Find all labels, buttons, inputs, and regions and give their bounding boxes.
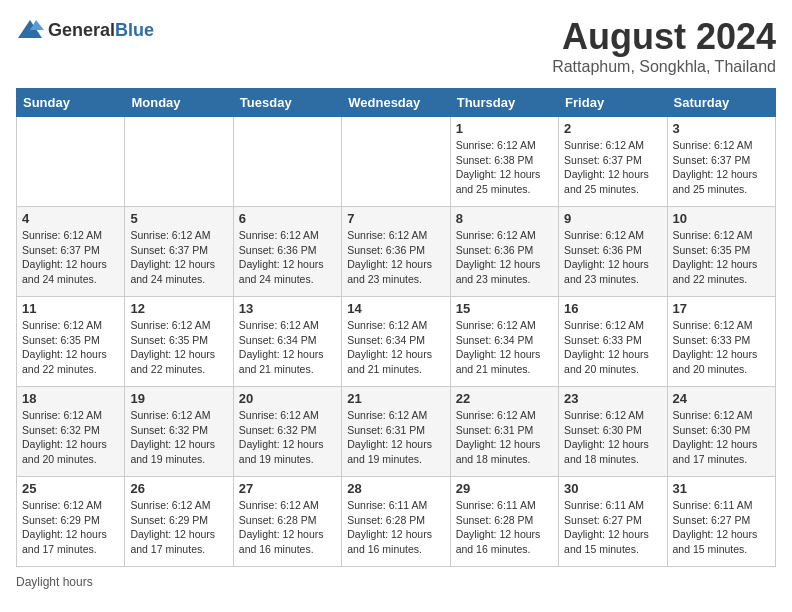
day-info: Sunrise: 6:11 AM Sunset: 6:27 PM Dayligh… [564, 498, 661, 557]
day-number: 5 [130, 211, 227, 226]
day-number: 15 [456, 301, 553, 316]
day-info: Sunrise: 6:12 AM Sunset: 6:35 PM Dayligh… [130, 318, 227, 377]
title-area: August 2024 Rattaphum, Songkhla, Thailan… [552, 16, 776, 76]
calendar-cell: 6Sunrise: 6:12 AM Sunset: 6:36 PM Daylig… [233, 207, 341, 297]
footer-note: Daylight hours [16, 575, 776, 589]
week-row-5: 25Sunrise: 6:12 AM Sunset: 6:29 PM Dayli… [17, 477, 776, 567]
calendar-cell: 5Sunrise: 6:12 AM Sunset: 6:37 PM Daylig… [125, 207, 233, 297]
day-info: Sunrise: 6:12 AM Sunset: 6:30 PM Dayligh… [673, 408, 770, 467]
day-number: 10 [673, 211, 770, 226]
day-number: 27 [239, 481, 336, 496]
calendar-cell: 20Sunrise: 6:12 AM Sunset: 6:32 PM Dayli… [233, 387, 341, 477]
day-number: 25 [22, 481, 119, 496]
day-number: 7 [347, 211, 444, 226]
logo-text: GeneralBlue [48, 20, 154, 41]
calendar-cell: 22Sunrise: 6:12 AM Sunset: 6:31 PM Dayli… [450, 387, 558, 477]
day-number: 6 [239, 211, 336, 226]
day-number: 24 [673, 391, 770, 406]
day-number: 3 [673, 121, 770, 136]
day-info: Sunrise: 6:12 AM Sunset: 6:29 PM Dayligh… [130, 498, 227, 557]
calendar-cell: 7Sunrise: 6:12 AM Sunset: 6:36 PM Daylig… [342, 207, 450, 297]
day-info: Sunrise: 6:12 AM Sunset: 6:32 PM Dayligh… [130, 408, 227, 467]
day-number: 26 [130, 481, 227, 496]
calendar-cell: 8Sunrise: 6:12 AM Sunset: 6:36 PM Daylig… [450, 207, 558, 297]
calendar-cell: 21Sunrise: 6:12 AM Sunset: 6:31 PM Dayli… [342, 387, 450, 477]
day-info: Sunrise: 6:12 AM Sunset: 6:29 PM Dayligh… [22, 498, 119, 557]
calendar-cell: 9Sunrise: 6:12 AM Sunset: 6:36 PM Daylig… [559, 207, 667, 297]
logo-icon [16, 16, 44, 44]
day-number: 31 [673, 481, 770, 496]
day-info: Sunrise: 6:12 AM Sunset: 6:35 PM Dayligh… [673, 228, 770, 287]
week-row-1: 1Sunrise: 6:12 AM Sunset: 6:38 PM Daylig… [17, 117, 776, 207]
day-info: Sunrise: 6:12 AM Sunset: 6:30 PM Dayligh… [564, 408, 661, 467]
calendar-cell: 2Sunrise: 6:12 AM Sunset: 6:37 PM Daylig… [559, 117, 667, 207]
header: GeneralBlue August 2024 Rattaphum, Songk… [16, 16, 776, 76]
calendar-cell: 10Sunrise: 6:12 AM Sunset: 6:35 PM Dayli… [667, 207, 775, 297]
day-number: 4 [22, 211, 119, 226]
day-header-tuesday: Tuesday [233, 89, 341, 117]
calendar-cell: 27Sunrise: 6:12 AM Sunset: 6:28 PM Dayli… [233, 477, 341, 567]
calendar-cell: 28Sunrise: 6:11 AM Sunset: 6:28 PM Dayli… [342, 477, 450, 567]
calendar-cell: 18Sunrise: 6:12 AM Sunset: 6:32 PM Dayli… [17, 387, 125, 477]
calendar-cell: 15Sunrise: 6:12 AM Sunset: 6:34 PM Dayli… [450, 297, 558, 387]
calendar-table: SundayMondayTuesdayWednesdayThursdayFrid… [16, 88, 776, 567]
day-info: Sunrise: 6:12 AM Sunset: 6:31 PM Dayligh… [347, 408, 444, 467]
location-title: Rattaphum, Songkhla, Thailand [552, 58, 776, 76]
day-number: 1 [456, 121, 553, 136]
calendar-cell: 24Sunrise: 6:12 AM Sunset: 6:30 PM Dayli… [667, 387, 775, 477]
day-number: 13 [239, 301, 336, 316]
calendar-cell: 13Sunrise: 6:12 AM Sunset: 6:34 PM Dayli… [233, 297, 341, 387]
day-info: Sunrise: 6:12 AM Sunset: 6:32 PM Dayligh… [22, 408, 119, 467]
month-title: August 2024 [552, 16, 776, 58]
calendar-cell [125, 117, 233, 207]
day-info: Sunrise: 6:12 AM Sunset: 6:36 PM Dayligh… [456, 228, 553, 287]
calendar-cell: 31Sunrise: 6:11 AM Sunset: 6:27 PM Dayli… [667, 477, 775, 567]
calendar-cell: 30Sunrise: 6:11 AM Sunset: 6:27 PM Dayli… [559, 477, 667, 567]
calendar-cell: 23Sunrise: 6:12 AM Sunset: 6:30 PM Dayli… [559, 387, 667, 477]
day-info: Sunrise: 6:12 AM Sunset: 6:33 PM Dayligh… [673, 318, 770, 377]
day-info: Sunrise: 6:12 AM Sunset: 6:37 PM Dayligh… [22, 228, 119, 287]
calendar-cell: 4Sunrise: 6:12 AM Sunset: 6:37 PM Daylig… [17, 207, 125, 297]
day-number: 20 [239, 391, 336, 406]
day-number: 8 [456, 211, 553, 226]
day-number: 9 [564, 211, 661, 226]
day-info: Sunrise: 6:12 AM Sunset: 6:28 PM Dayligh… [239, 498, 336, 557]
day-header-saturday: Saturday [667, 89, 775, 117]
calendar-cell: 3Sunrise: 6:12 AM Sunset: 6:37 PM Daylig… [667, 117, 775, 207]
day-info: Sunrise: 6:12 AM Sunset: 6:33 PM Dayligh… [564, 318, 661, 377]
day-number: 12 [130, 301, 227, 316]
day-number: 28 [347, 481, 444, 496]
day-number: 23 [564, 391, 661, 406]
day-number: 21 [347, 391, 444, 406]
day-info: Sunrise: 6:12 AM Sunset: 6:34 PM Dayligh… [456, 318, 553, 377]
day-number: 14 [347, 301, 444, 316]
day-number: 2 [564, 121, 661, 136]
calendar-cell: 25Sunrise: 6:12 AM Sunset: 6:29 PM Dayli… [17, 477, 125, 567]
day-number: 30 [564, 481, 661, 496]
day-header-sunday: Sunday [17, 89, 125, 117]
calendar-cell: 16Sunrise: 6:12 AM Sunset: 6:33 PM Dayli… [559, 297, 667, 387]
calendar-cell: 14Sunrise: 6:12 AM Sunset: 6:34 PM Dayli… [342, 297, 450, 387]
calendar-cell: 26Sunrise: 6:12 AM Sunset: 6:29 PM Dayli… [125, 477, 233, 567]
week-row-2: 4Sunrise: 6:12 AM Sunset: 6:37 PM Daylig… [17, 207, 776, 297]
calendar-cell [17, 117, 125, 207]
week-row-3: 11Sunrise: 6:12 AM Sunset: 6:35 PM Dayli… [17, 297, 776, 387]
week-row-4: 18Sunrise: 6:12 AM Sunset: 6:32 PM Dayli… [17, 387, 776, 477]
day-info: Sunrise: 6:12 AM Sunset: 6:37 PM Dayligh… [564, 138, 661, 197]
day-number: 29 [456, 481, 553, 496]
day-info: Sunrise: 6:12 AM Sunset: 6:31 PM Dayligh… [456, 408, 553, 467]
day-info: Sunrise: 6:12 AM Sunset: 6:37 PM Dayligh… [130, 228, 227, 287]
day-header-friday: Friday [559, 89, 667, 117]
calendar-cell: 19Sunrise: 6:12 AM Sunset: 6:32 PM Dayli… [125, 387, 233, 477]
logo-general: General [48, 20, 115, 40]
logo: GeneralBlue [16, 16, 154, 44]
day-info: Sunrise: 6:12 AM Sunset: 6:36 PM Dayligh… [564, 228, 661, 287]
day-info: Sunrise: 6:11 AM Sunset: 6:27 PM Dayligh… [673, 498, 770, 557]
day-header-thursday: Thursday [450, 89, 558, 117]
day-header-wednesday: Wednesday [342, 89, 450, 117]
day-number: 17 [673, 301, 770, 316]
day-info: Sunrise: 6:11 AM Sunset: 6:28 PM Dayligh… [347, 498, 444, 557]
header-row: SundayMondayTuesdayWednesdayThursdayFrid… [17, 89, 776, 117]
day-header-monday: Monday [125, 89, 233, 117]
day-info: Sunrise: 6:12 AM Sunset: 6:36 PM Dayligh… [347, 228, 444, 287]
